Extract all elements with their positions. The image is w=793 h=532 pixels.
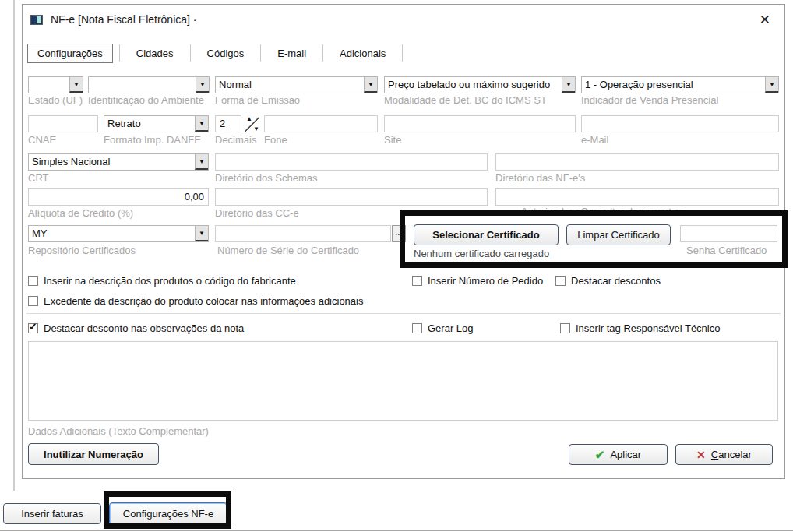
checkbox-destacar-descontos[interactable]: ✓ Destacar descontos: [555, 275, 661, 287]
identificacao-ambiente-select[interactable]: ▼: [88, 76, 210, 93]
checkbox-label: Inserir na descrição dos produtos o códi…: [44, 275, 296, 287]
senha-certificado-label: Senha Certificado: [686, 245, 767, 256]
tab-email[interactable]: E-mail: [267, 44, 316, 63]
chevron-down-icon[interactable]: ▼: [765, 77, 778, 93]
checkbox-numero-pedido[interactable]: ✓ Inserir Número de Pedido: [412, 275, 543, 287]
indicador-venda-select[interactable]: 1 - Operação presencial ▼: [581, 76, 779, 93]
forma-emissao-select[interactable]: Normal ▼: [215, 76, 378, 93]
apply-check-icon: ✔: [595, 448, 605, 462]
tab-codigos[interactable]: Códigos: [197, 44, 255, 63]
chevron-down-icon[interactable]: ▼: [562, 77, 575, 93]
checkbox-box[interactable]: ✓: [560, 323, 570, 333]
browse-ellipsis-button[interactable]: ...: [392, 225, 406, 242]
close-icon[interactable]: ✕: [760, 12, 770, 28]
dialog-titlebar: NF-e [Nota Fiscal Eletrônica] · ✕: [23, 5, 784, 37]
checkbox-codigo-fabricante[interactable]: ✓ Inserir na descrição dos produtos o có…: [28, 275, 296, 287]
certificado-status-text: Nenhum certificado carregado: [414, 248, 549, 259]
modalidade-bc-icms-label: Modalidade de Det. BC do ICMS ST: [384, 94, 547, 106]
checkbox-box[interactable]: ✓: [28, 323, 38, 333]
spinner-up-icon[interactable]: ▲: [246, 115, 252, 122]
crt-select[interactable]: Simples Nacional ▼: [28, 153, 209, 171]
nfe-dialog: NF-e [Nota Fiscal Eletrônica] · ✕ Config…: [22, 4, 785, 479]
tab-strip: Configurações Cidades Códigos E-mail Adi…: [27, 42, 409, 64]
nfe-app-icon: [30, 15, 43, 25]
diretorio-nfe-field[interactable]: [495, 153, 779, 171]
selecionar-certificado-button[interactable]: Selecionar Certificado: [414, 224, 559, 245]
tab-configuracoes[interactable]: Configurações: [27, 44, 113, 63]
fone-label: Fone: [264, 134, 287, 146]
spinner-down-icon[interactable]: ▼: [253, 125, 259, 132]
checkbox-box[interactable]: ✓: [28, 276, 38, 286]
site-field[interactable]: [384, 115, 576, 132]
decimais-label: Decimais: [215, 134, 256, 146]
email-field[interactable]: [581, 115, 779, 132]
checkbox-box[interactable]: ✓: [555, 276, 566, 286]
forma-emissao-value: Normal: [216, 77, 364, 93]
site-label: Site: [384, 134, 401, 146]
repositorio-certificados-select[interactable]: MY ▼: [28, 225, 209, 242]
checkbox-destacar-desconto-observacoes[interactable]: ✓ Destacar desconto nas observações da n…: [28, 322, 244, 334]
formato-danfe-select[interactable]: Retrato ▼: [104, 115, 209, 132]
repositorio-certificados-value: MY: [29, 226, 195, 241]
fone-field[interactable]: [264, 115, 378, 132]
diretorio-cce-field[interactable]: [215, 188, 488, 206]
window-left-edge: [13, 0, 15, 491]
chevron-down-icon[interactable]: ▼: [195, 226, 208, 241]
configuracoes-nfe-label: Configurações NF-e: [123, 508, 213, 520]
chevron-down-icon[interactable]: ▼: [69, 77, 83, 93]
diretorio-schemas-field[interactable]: [215, 153, 488, 171]
chevron-down-icon[interactable]: ▼: [195, 154, 208, 170]
modalidade-bc-icms-select[interactable]: Preço tabelado ou máximo sugerido ▼: [384, 76, 576, 93]
estado-uf-select[interactable]: ▼: [28, 76, 83, 93]
checkbox-excedente-descricao[interactable]: ✓ Excedente da descrição do produto colo…: [28, 295, 363, 307]
checkbox-label: Destacar descontos: [571, 275, 661, 287]
checkbox-box[interactable]: ✓: [412, 276, 422, 286]
window-bottom-edge: [0, 530, 793, 531]
checkbox-gerar-log[interactable]: ✓ Gerar Log: [412, 322, 474, 334]
numero-serie-certificado-field[interactable]: [215, 225, 391, 242]
autorizado-consultar-field[interactable]: [495, 188, 779, 206]
diretorio-schemas-label: Diretório dos Schemas: [215, 172, 318, 184]
inutilizar-numeracao-label: Inutilizar Numeração: [44, 449, 143, 460]
tab-cidades[interactable]: Cidades: [126, 44, 184, 63]
tab-divider: [119, 44, 120, 62]
decimais-field[interactable]: 2: [215, 115, 241, 132]
checkbox-label: Gerar Log: [428, 322, 474, 334]
indicador-venda-label: Indicador de Venda Presencial: [581, 94, 718, 106]
inutilizar-numeracao-button[interactable]: Inutilizar Numeração: [28, 443, 159, 465]
check-icon: ✓: [29, 321, 37, 333]
aplicar-button[interactable]: ✔ Aplicar: [569, 444, 668, 465]
limpar-certificado-button[interactable]: Limpar Certificado: [566, 224, 671, 245]
selecionar-certificado-label: Selecionar Certificado: [432, 229, 539, 241]
decimais-spinner[interactable]: ▲ ▼: [245, 116, 259, 132]
chevron-down-icon[interactable]: ▼: [196, 77, 209, 93]
chevron-down-icon[interactable]: ▼: [195, 116, 208, 132]
dados-adicionais-label: Dados Adicionais (Texto Complementar): [28, 425, 209, 437]
aliquota-credito-field[interactable]: 0,00: [28, 188, 209, 206]
section-divider: [26, 313, 781, 314]
cancelar-button[interactable]: ✕ Cancelar: [675, 444, 773, 465]
identificacao-ambiente-value: [89, 77, 196, 93]
formato-danfe-label: Formato Imp. DANFE: [104, 134, 201, 146]
formato-danfe-value: Retrato: [104, 116, 195, 132]
senha-certificado-field[interactable]: [680, 225, 777, 242]
chevron-down-icon[interactable]: ▼: [364, 77, 377, 93]
inserir-faturas-button[interactable]: Inserir faturas: [3, 503, 101, 524]
diretorio-nfe-label: Diretório das NF-e's: [495, 172, 585, 184]
estado-uf-label: Estado (UF): [28, 94, 83, 106]
aliquota-credito-label: Alíquota de Crédito (%): [28, 207, 133, 219]
tab-adicionais[interactable]: Adicionais: [330, 44, 396, 63]
configuracoes-nfe-button[interactable]: Configurações NF-e: [109, 502, 227, 525]
tab-divider: [402, 44, 403, 62]
checkbox-responsavel-tecnico[interactable]: ✓ Inserir tag Responsável Técnico: [560, 322, 720, 334]
cnae-field[interactable]: [28, 115, 98, 132]
checkbox-box[interactable]: ✓: [28, 296, 38, 306]
checkbox-box[interactable]: ✓: [412, 323, 422, 333]
checkbox-label: Inserir Número de Pedido: [428, 275, 543, 287]
estado-uf-value: [29, 77, 69, 93]
limpar-certificado-label: Limpar Certificado: [577, 229, 660, 241]
forma-emissao-label: Forma de Emissão: [215, 94, 300, 106]
dados-adicionais-textarea[interactable]: [28, 341, 778, 421]
repositorio-certificados-label: Repositório Certificados: [28, 245, 136, 256]
diretorio-cce-label: Diretório das CC-e: [215, 207, 299, 219]
